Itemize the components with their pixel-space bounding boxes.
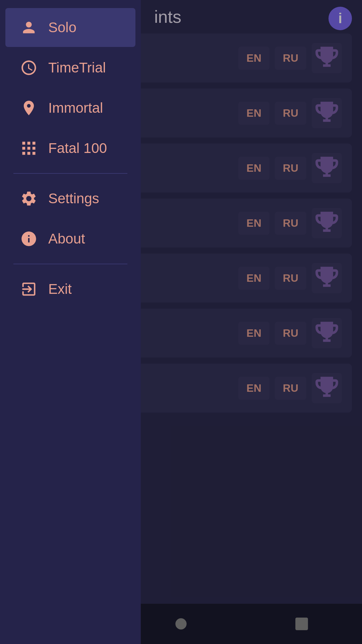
sidebar-item-about[interactable]: About (5, 219, 135, 258)
sidebar-item-label-solo: Solo (48, 19, 76, 36)
person-icon (19, 17, 39, 38)
drawer-divider-2 (13, 264, 127, 264)
sidebar-item-label-fatal100: Fatal 100 (48, 140, 107, 156)
exit-icon (19, 279, 39, 299)
sidebar-item-label-immortal: Immortal (48, 100, 103, 116)
sidebar-item-solo[interactable]: Solo (5, 8, 135, 47)
location-icon (19, 98, 39, 118)
sidebar-item-settings[interactable]: Settings (5, 179, 135, 218)
sidebar-item-immortal[interactable]: Immortal (5, 89, 135, 127)
clock-icon (19, 58, 39, 78)
settings-icon (19, 189, 39, 209)
sidebar-item-label-exit: Exit (48, 281, 72, 297)
sidebar-item-timetrial[interactable]: TimeTrial (5, 48, 135, 87)
sidebar-item-label-about: About (48, 231, 85, 247)
sidebar-item-label-settings: Settings (48, 191, 99, 207)
grid-icon (19, 138, 39, 158)
info-circle-icon (19, 229, 39, 249)
drawer-divider-1 (13, 173, 127, 174)
sidebar-item-fatal100[interactable]: Fatal 100 (5, 129, 135, 168)
side-drawer: Solo TimeTrial Immortal Fatal 100 (0, 0, 141, 644)
sidebar-item-exit[interactable]: Exit (5, 270, 135, 309)
sidebar-item-label-timetrial: TimeTrial (48, 60, 106, 76)
